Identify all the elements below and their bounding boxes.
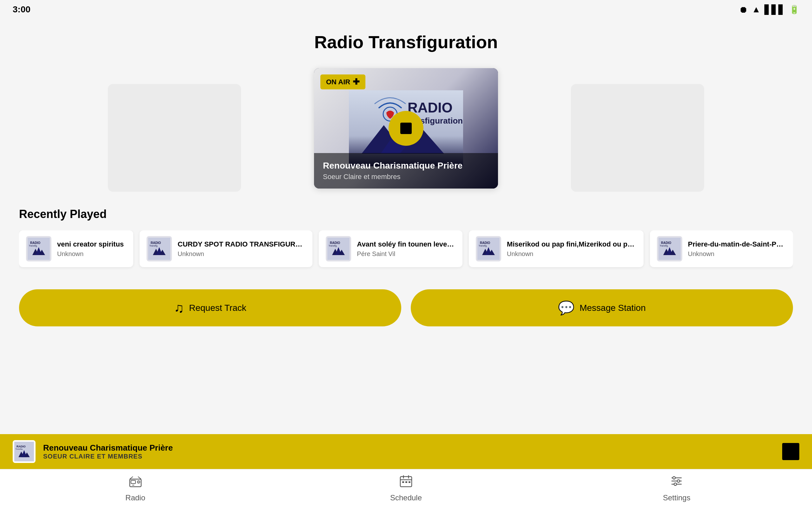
track-name: Avant soléy fin tounen leve 0921 — [357, 240, 455, 248]
now-playing-track-title: Renouveau Charismatique Prière — [323, 161, 489, 171]
svg-text:RADIO: RADIO — [661, 241, 671, 245]
track-thumbnail: RADIO Transfig. — [26, 236, 51, 262]
svg-text:RADIO: RADIO — [330, 241, 340, 245]
svg-text:Transfig.: Transfig. — [15, 448, 23, 450]
track-info: CURDY SPOT RADIO TRANSFIGURATION Unknown — [177, 240, 305, 258]
svg-rect-54 — [402, 481, 404, 483]
svg-point-46 — [138, 482, 139, 483]
track-artist: Unknown — [507, 250, 637, 258]
nav-item-radio[interactable]: Radio — [104, 474, 167, 502]
now-playing-info: Renouveau Charismatique Prière Soeur Cla… — [314, 153, 498, 188]
player-bar-thumbnail: RADIO Transfig. — [13, 440, 36, 463]
svg-rect-44 — [131, 481, 136, 484]
player-bar-title: Renouveau Charismatique Prière — [43, 443, 774, 453]
plus-icon: ✚ — [353, 77, 360, 87]
track-thumbnail: RADIO Transfig. — [476, 236, 501, 262]
nav-label-schedule: Schedule — [390, 493, 422, 502]
ghost-card-right — [571, 84, 704, 192]
list-item[interactable]: RADIO Transfig. Avant soléy fin tounen l… — [319, 230, 462, 267]
battery-icon: 🔋 — [789, 5, 799, 14]
chat-icon: 💬 — [558, 300, 574, 316]
track-name: Priere-du-matin-de-Saint-Patrick — [688, 240, 786, 248]
settings-icon — [670, 474, 683, 491]
action-buttons: ♫ Request Track 💬 Message Station — [19, 289, 793, 326]
now-playing-track-artist: Soeur Claire et membres — [323, 173, 489, 181]
svg-point-62 — [674, 483, 676, 486]
player-bar[interactable]: RADIO Transfig. Renouveau Charismatique … — [0, 434, 812, 469]
playback-icon: ⏺ — [739, 4, 748, 15]
svg-rect-55 — [405, 481, 407, 483]
recently-played-section: Recently Played RADIO Transfig. veni cre… — [19, 208, 793, 270]
svg-text:Transfig.: Transfig. — [478, 245, 487, 247]
music-note-icon: ♫ — [174, 300, 184, 316]
now-playing-container: ON AIR ✚ — [19, 68, 793, 188]
nav-item-settings[interactable]: Settings — [645, 474, 708, 502]
recently-played-list: RADIO Transfig. veni creator spiritus Un… — [19, 230, 793, 270]
bottom-nav: Radio Schedule — [0, 469, 812, 507]
svg-text:RADIO: RADIO — [480, 241, 490, 245]
player-bar-info: Renouveau Charismatique Prière SOEUR CLA… — [43, 443, 774, 460]
on-air-badge: ON AIR ✚ — [320, 74, 365, 89]
track-artist: Pére Saint Vil — [357, 250, 455, 258]
svg-point-58 — [673, 476, 675, 479]
main-content: Radio Transfiguration ON AIR ✚ — [0, 19, 812, 450]
track-thumbnail: RADIO Transfig. — [326, 236, 351, 262]
svg-point-60 — [677, 480, 680, 482]
track-info: Priere-du-matin-de-Saint-Patrick Unknown — [688, 240, 786, 258]
list-item[interactable]: RADIO Transfig. Priere-du-matin-de-Saint… — [650, 230, 793, 267]
status-bar: 3:00 ⏺ ▲ ▋▋▋ 🔋 — [0, 0, 812, 19]
list-item[interactable]: RADIO Transfig. Miserikod ou pap fini,Mi… — [469, 230, 644, 267]
status-icons: ⏺ ▲ ▋▋▋ 🔋 — [739, 4, 799, 15]
nav-label-radio: Radio — [125, 493, 145, 502]
player-bar-subtitle: SOEUR CLAIRE ET MEMBRES — [43, 453, 774, 460]
radio-icon — [129, 474, 142, 491]
ghost-card-left — [108, 84, 241, 192]
track-name: veni creator spiritus — [57, 240, 126, 248]
svg-text:Transfig.: Transfig. — [660, 245, 668, 247]
svg-text:Transfig.: Transfig. — [149, 245, 158, 247]
status-time: 3:00 — [13, 4, 31, 14]
track-thumbnail: RADIO Transfig. — [657, 236, 682, 262]
svg-rect-56 — [409, 481, 410, 483]
nav-label-settings: Settings — [663, 493, 691, 502]
request-track-button[interactable]: ♫ Request Track — [19, 289, 401, 326]
track-artist: Unknown — [177, 250, 305, 258]
svg-text:Transfig.: Transfig. — [328, 245, 337, 247]
track-name: CURDY SPOT RADIO TRANSFIGURATION — [177, 240, 305, 248]
svg-text:Transfig.: Transfig. — [29, 245, 38, 247]
svg-text:RADIO: RADIO — [30, 241, 40, 245]
track-info: veni creator spiritus Unknown — [57, 240, 126, 258]
svg-text:RADIO: RADIO — [151, 241, 161, 245]
track-info: Avant soléy fin tounen leve 0921 Pére Sa… — [357, 240, 455, 258]
on-air-label: ON AIR — [326, 78, 350, 86]
list-item[interactable]: RADIO Transfig. veni creator spiritus Un… — [19, 230, 133, 267]
play-stop-button[interactable] — [389, 111, 423, 146]
page-title: Radio Transfiguration — [19, 32, 793, 52]
list-item[interactable]: RADIO Transfig. CURDY SPOT RADIO TRANSFI… — [140, 230, 312, 267]
stop-icon — [400, 123, 412, 134]
signal-icon: ▋▋▋ — [764, 4, 785, 15]
track-artist: Unknown — [688, 250, 786, 258]
recently-played-title: Recently Played — [19, 208, 793, 221]
player-bar-stop-button[interactable] — [782, 443, 799, 460]
now-playing-card[interactable]: ON AIR ✚ — [314, 68, 498, 188]
request-track-label: Request Track — [189, 303, 247, 313]
track-info: Miserikod ou pap fini,Mizerikod ou pap f… — [507, 240, 637, 258]
track-thumbnail: RADIO Transfig. — [147, 236, 172, 262]
message-station-label: Message Station — [579, 303, 646, 313]
nav-item-schedule[interactable]: Schedule — [374, 474, 438, 502]
calendar-icon — [399, 474, 413, 491]
message-station-button[interactable]: 💬 Message Station — [411, 289, 793, 326]
track-name: Miserikod ou pap fini,Mizerikod ou pap f… — [507, 240, 637, 248]
track-artist: Unknown — [57, 250, 126, 258]
wifi-icon: ▲ — [752, 4, 761, 14]
